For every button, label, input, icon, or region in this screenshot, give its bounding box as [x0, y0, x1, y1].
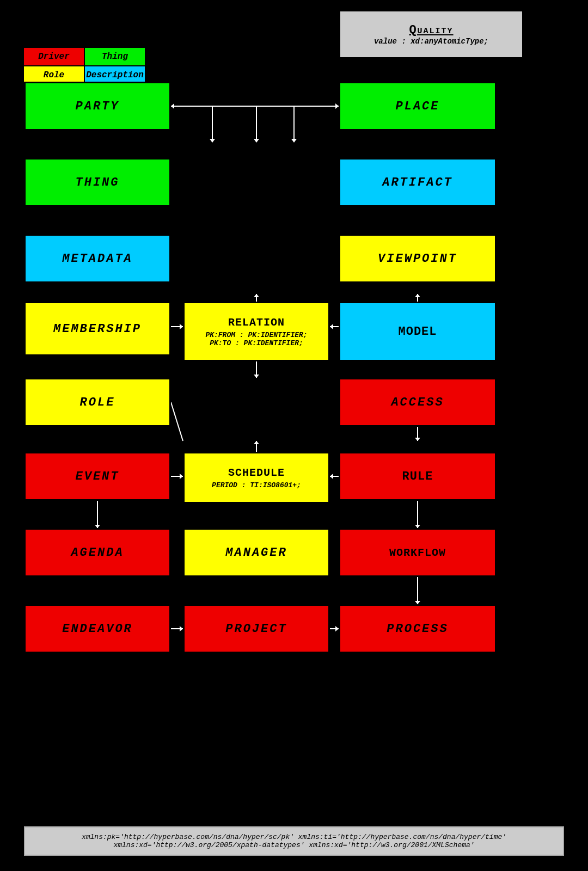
project-label: PROJECT	[225, 622, 287, 636]
footer: xmlns:pk='http://hyperbase.com/ns/dna/hy…	[24, 826, 564, 856]
endeavor-box: ENDEAVOR	[24, 604, 171, 653]
svg-marker-19	[254, 375, 259, 378]
legend-driver: Driver	[24, 48, 84, 65]
metadata-box: METADATA	[24, 234, 171, 283]
svg-marker-17	[415, 294, 420, 297]
event-box: EVENT	[24, 452, 171, 501]
legend: Driver Thing Role Description	[24, 48, 145, 84]
svg-marker-9	[291, 139, 297, 143]
party-box: PARTY	[24, 82, 171, 131]
artifact-label: ARTIFACT	[382, 176, 453, 189]
artifact-box: ARTIFACT	[339, 158, 497, 207]
diagram-container: Driver Thing Role Description Quality va…	[0, 0, 588, 871]
thing-label: THING	[75, 176, 119, 189]
quality-attr: value : xd:anyAtomicType;	[374, 37, 488, 46]
place-box: PLACE	[339, 82, 497, 131]
svg-marker-8	[254, 139, 259, 143]
svg-marker-24	[330, 474, 333, 479]
access-box: ACCESS	[339, 378, 497, 427]
svg-line-20	[171, 402, 183, 441]
schedule-attr: period : ti:iso8601+;	[212, 481, 301, 489]
svg-marker-7	[210, 139, 215, 143]
endeavor-label: ENDEAVOR	[62, 622, 133, 636]
manager-box: MANAGER	[183, 528, 330, 577]
project-box: PROJECT	[183, 604, 330, 653]
connector-overlay	[0, 0, 588, 871]
process-box: PROCESS	[339, 604, 497, 653]
model-box: Model	[339, 302, 497, 361]
quality-title: Quality	[409, 23, 453, 37]
membership-label: MEMBERSHIP	[53, 322, 142, 336]
viewpoint-box: Viewpoint	[339, 234, 497, 283]
legend-thing: Thing	[85, 48, 145, 65]
legend-row-1: Driver Thing	[24, 48, 145, 65]
access-label: ACCESS	[391, 396, 444, 409]
quality-box: Quality value : xd:anyAtomicType;	[339, 10, 524, 59]
metadata-label: METADATA	[62, 252, 133, 266]
place-label: PLACE	[395, 100, 439, 113]
relation-title: Relation	[228, 316, 285, 329]
viewpoint-label: Viewpoint	[378, 252, 457, 266]
schedule-box: Schedule period : ti:iso8601+;	[183, 452, 330, 504]
workflow-box: Workflow	[339, 528, 497, 577]
workflow-label: Workflow	[389, 547, 446, 559]
manager-label: MANAGER	[225, 546, 287, 560]
role-label: ROLE	[80, 396, 115, 409]
relation-attr-2: pk:to : pk:Identifier;	[210, 339, 303, 347]
party-label: PARTY	[75, 100, 119, 113]
model-label: Model	[398, 325, 437, 339]
thing-box: THING	[24, 158, 171, 207]
svg-marker-13	[330, 324, 333, 329]
svg-marker-28	[415, 438, 420, 441]
membership-box: MEMBERSHIP	[24, 302, 171, 356]
agenda-label: AGENDA	[71, 546, 124, 560]
rule-label: Rule	[402, 470, 433, 483]
svg-marker-15	[254, 294, 259, 297]
schedule-title: Schedule	[228, 467, 285, 479]
agenda-box: AGENDA	[24, 528, 171, 577]
role-box: ROLE	[24, 378, 171, 427]
relation-box: Relation pk:from : pk:Identifier; pk:to …	[183, 302, 330, 361]
relation-attr-1: pk:from : pk:Identifier;	[205, 331, 307, 339]
svg-marker-2	[171, 103, 174, 109]
event-label: EVENT	[75, 470, 119, 483]
rule-box: Rule	[339, 452, 497, 501]
svg-marker-26	[254, 441, 259, 444]
process-label: PROCESS	[387, 622, 448, 636]
